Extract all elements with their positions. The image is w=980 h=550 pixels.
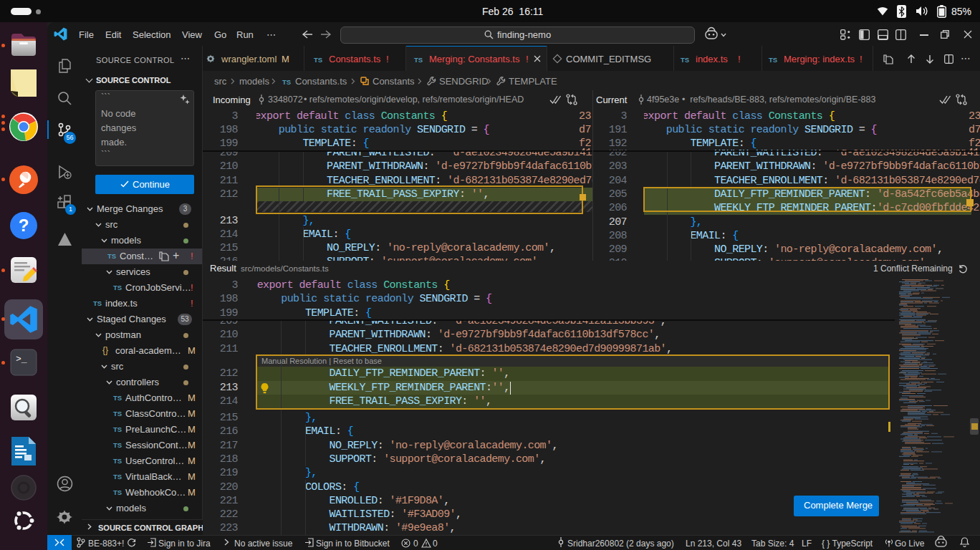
svg-text:?: ? <box>19 216 29 235</box>
svg-text:>_: >_ <box>16 354 27 365</box>
